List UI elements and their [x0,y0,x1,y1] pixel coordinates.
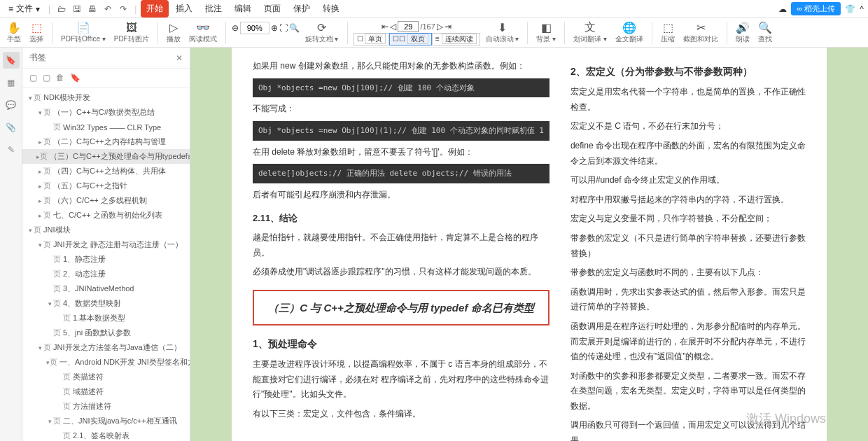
undo-icon[interactable]: ↶ [101,2,115,16]
notify-icon[interactable]: ☁ [778,4,787,14]
content-text: 后者有可能引起程序崩溃和内存泄漏。 [253,188,550,203]
bookmark-node[interactable]: ▸页七、C/C++ 之函数与初始化列表 [22,208,190,223]
signature-tab-icon[interactable]: ✎ [3,141,20,158]
skin-icon[interactable]: 👕 [845,4,855,14]
content-text: define 命令出现在程序中函数的外面，宏名的有限范围为定义命令之后到本源文件… [570,139,806,169]
close-icon[interactable]: ✕ [176,53,183,63]
file-menu[interactable]: ≡ 文件 ▾ [4,1,44,16]
hand-tool[interactable]: ✋手型 [4,22,24,44]
heading-macro: 2、宏定义（分为带参数与不带参数两种） [570,63,806,80]
content-text: 在用 delete 释放对象数组时，留意不要丢了符号'[]'。例如： [253,145,550,160]
attach-tab-icon[interactable]: 📎 [3,119,20,136]
first-page-icon[interactable]: ⇤ [382,22,388,31]
bookmark-title: 书签 [29,52,46,64]
prev-page-icon[interactable]: ◁ [390,22,396,31]
code-block: Obj *objects =new Obj[100];// 创建 100 个动态… [253,78,550,98]
bookmark-node[interactable]: ▸页（四）C与C++之结构体、共用体 [22,164,190,178]
bookmark-node[interactable]: 页类描述符 [22,370,190,384]
bookmark-node[interactable]: 页2、动态注册 [22,267,190,281]
tab-page[interactable]: 页面 [258,0,286,18]
content-text: 带参数的宏定义（不只是进行简单的字符串替换，还要进行参数替换） [570,231,806,261]
pdf-to-office[interactable]: 📄PDF转Office ▾ [58,22,108,44]
page-input[interactable] [398,21,419,32]
double-page[interactable]: ☐☐ 双页 [389,33,432,46]
zoom-out-icon[interactable]: ⊖ [232,23,239,33]
thumbnail-tab-icon[interactable]: ▦ [3,74,20,91]
bookmark-tab-icon[interactable]: 🔖 [3,52,20,69]
content-text: 越是怕指针，就越要使用指针。不会正确使用指针，肯定算不上是合格的程序员。 [253,230,550,260]
zoom-in-icon[interactable]: ⊕ [271,23,278,33]
bookmark-node[interactable]: 页方法描述符 [22,399,190,414]
auto-scroll[interactable]: ⬇自动滚动 ▾ [483,22,522,44]
comment-tab-icon[interactable]: 💬 [3,97,20,113]
bm-tool-1[interactable]: ▢ [29,73,37,83]
content-text: 宏定义是用宏名代替一个字符串，也是简单的置换，不作正确性检查。 [570,85,806,115]
next-page-icon[interactable]: ▷ [437,22,443,31]
save-icon[interactable]: 🖫 [70,2,84,16]
code-block: delete[]objects;// 正确的用法 delete objects;… [253,164,550,183]
rotate-tool[interactable]: ⟳旋转文档 ▾ [302,22,342,44]
content-text: 带参数的宏定义与函数时不同的，主要有以下几点： [570,265,806,281]
tab-edit[interactable]: 编辑 [229,0,257,18]
bookmark-node[interactable]: ▾页JNI模块 [22,223,190,237]
bm-tool-3[interactable]: 🗑 [56,73,64,83]
open-icon[interactable]: 🗁 [55,2,69,16]
search-icon[interactable]: 🔍 [289,23,300,33]
compress-tool[interactable]: ⬚压缩 [658,22,678,44]
content-text: 调用函数只可得到一个返回值，而用宏定义可以设法得到几个结果。 [570,418,806,441]
read-aloud[interactable]: 🔊朗读 [733,22,752,44]
content-text: 函数调用是在程序运行时处理的，为形参分配临时的内存单元。而宏展开则是编译前进行的… [570,319,806,365]
tab-protect[interactable]: 保护 [288,0,316,18]
bookmark-node[interactable]: ▸页（六）C/C++ 之多线程机制 [22,193,190,208]
read-mode[interactable]: 👓阅读模式 [186,22,220,44]
bookmark-node[interactable]: ▾页NDK模块开发 [22,90,190,105]
single-page[interactable]: ☐ 单页 [354,33,390,46]
bookmark-node[interactable]: ▸页（三）C与C++之预处理命令与用typedef命名已有类型 [22,149,190,164]
pdf-to-image[interactable]: 🖼PDF转图片 [111,22,152,44]
select-tool[interactable]: ⬚选择 [27,22,46,44]
page-total: /167 [420,22,435,31]
content-text: 函数调用时，先求出实参表达式的值，然后带入形参。而宏只是进行简单的字符替换。 [570,285,806,315]
bookmark-node[interactable]: 页2.1、签名映射表 [22,428,190,441]
continuous-page[interactable]: ≡ 连续阅读 [432,33,480,46]
word-translate[interactable]: 文划词翻译 ▾ [570,22,610,44]
fit-icon[interactable]: ⛶ [279,23,288,33]
bookmark-node[interactable]: ▾页二、JNI实现java与c/c++相互通讯 [22,414,190,428]
screenshot-tool[interactable]: ✂截图和对比 [680,22,721,44]
content-text: 对程序中用双撇号括起来的字符串内的字符，不进行置换。 [570,192,806,208]
full-translate[interactable]: 🌐全文翻译 [612,22,646,44]
last-page-icon[interactable]: ⇥ [444,22,451,31]
background-tool[interactable]: ◧背景 ▾ [533,22,559,44]
print-icon[interactable]: 🖶 [85,2,99,16]
bookmark-node[interactable]: ▾页（一）C++与C#数据类型总结 [22,105,190,120]
content-text: 宏定义不是 C 语句，不必在行末加分号； [570,119,806,134]
bookmark-node[interactable]: ▾页一、Android NDK开发 JNI类型签名和方法签名 [22,355,190,370]
tab-insert[interactable]: 插入 [170,0,198,18]
bookmark-node[interactable]: ▾页JNI开发之方法签名与Java通信（二） [22,340,190,355]
bookmark-node[interactable]: ▸页（二）C与C++之内存结构与管理 [22,134,190,149]
content-text: 主要是改进程序设计环境，以提高编程效率，不属于 c 语言本身的组成部分，不能直接… [253,357,550,402]
upload-button[interactable]: ∞ 稻壳上传 [791,2,841,15]
bookmark-node[interactable]: ▾页4、数据类型映射 [22,296,190,311]
bookmark-node[interactable]: 页域描述符 [22,384,190,399]
bookmark-node[interactable]: 页Win32 Types —— CLR Type [22,120,190,134]
content-text: 可以用#undef 命令终止宏定义的作用域。 [570,173,806,188]
bm-tool-2[interactable]: ▢ [43,73,50,83]
tab-start[interactable]: 开始 [141,0,169,18]
chevron-up-icon[interactable]: ^ [860,4,864,14]
tab-annotate[interactable]: 批注 [200,0,227,18]
find-tool[interactable]: 🔍查找 [755,22,775,44]
bookmark-node[interactable]: ▸页（五）C与C++之指针 [22,178,190,193]
redo-icon[interactable]: ↷ [116,2,130,16]
play-tool[interactable]: ▷播放 [164,22,183,44]
bookmark-node[interactable]: 页3、JNINativeMethod [22,281,190,296]
bookmark-node[interactable]: 页5、jni 函数默认参数 [22,326,190,340]
bookmark-node[interactable]: 页1.基本数据类型 [22,311,190,326]
bookmark-node[interactable]: 页1、静态注册 [22,252,190,267]
bm-tool-4[interactable]: 🔖 [70,73,80,83]
tab-convert[interactable]: 转换 [317,0,345,18]
bookmark-node[interactable]: ▾页JNI开发之 静态注册与动态注册（一） [22,237,190,252]
content-text: 对函数中的实参和形参都要定义类型，二者要求一致。而宏不存在类型问题，宏名无类型。… [570,369,806,414]
zoom-input[interactable] [240,22,270,34]
content-text: 不能写成： [253,102,550,117]
